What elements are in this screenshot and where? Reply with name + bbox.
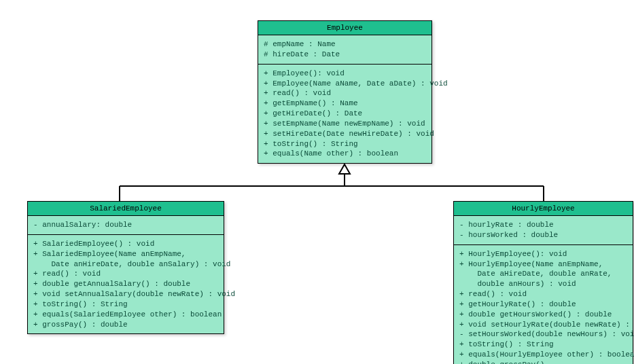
attribute: - hoursWorked : double [459, 230, 627, 240]
method: Date anHireDate, double anSalary) : void [33, 259, 218, 270]
methods-section: + HourlyEmployee(): void + HourlyEmploye… [454, 245, 633, 364]
method: + toString() : String [33, 299, 218, 310]
method: + equals(HourlyEmployee other) : boolean [459, 350, 627, 360]
attribute: # empName : Name [264, 39, 426, 50]
method: + double getHoursWorked() : double [459, 310, 627, 320]
attribute: - annualSalary: double [33, 220, 218, 230]
method: + void setAnnualSalary(double newRate) :… [33, 289, 218, 299]
methods-section: + Employee(): void + Employee(Name aName… [258, 65, 432, 164]
method: + HourlyEmployee(): void [459, 249, 627, 259]
method: + getHireDate() : Date [264, 109, 426, 119]
class-title: Employee [258, 21, 432, 35]
class-title: SalariedEmployee [28, 202, 224, 216]
method: + toString() : String [264, 139, 426, 149]
method: + grossPay() : double [33, 320, 218, 330]
method: Date aHireDate, double anRate, [459, 269, 627, 279]
svg-marker-0 [339, 164, 350, 174]
attributes-section: - annualSalary: double [28, 216, 224, 235]
method: + read() : void [33, 269, 218, 279]
method: + read() : void [459, 289, 627, 299]
attribute: - hourlyRate : double [459, 220, 627, 230]
attributes-section: - hourlyRate : double - hoursWorked : do… [454, 216, 633, 245]
method: + setEmpName(Name newEmpName) : void [264, 119, 426, 129]
class-employee: Employee # empName : Name # hireDate : D… [258, 20, 432, 164]
method: + SalariedEmployee(Name anEmpName, [33, 249, 218, 259]
method: + toString() : String [459, 340, 627, 350]
method: + read() : void [264, 88, 426, 98]
method: + SalariedEmployee() : void [33, 239, 218, 249]
method: + Employee(): void [264, 69, 426, 79]
method: + void setHourlyRate(double newRate) : v… [459, 320, 627, 330]
attribute: # hireDate : Date [264, 50, 426, 60]
class-title: HourlyEmployee [454, 202, 633, 216]
method: + Employee(Name aName, Date aDate) : voi… [264, 79, 426, 89]
method: + setHireDate(Date newHireDate) : void [264, 129, 426, 139]
method: + double getAnnualSalary() : double [33, 279, 218, 289]
class-salaried-employee: SalariedEmployee - annualSalary: double … [27, 201, 224, 334]
methods-section: + SalariedEmployee() : void + SalariedEm… [28, 235, 224, 334]
method: double anHours) : void [459, 279, 627, 289]
method: + equals(Name other) : boolean [264, 149, 426, 159]
method: - setHoursWorked(double newHours) : void [459, 329, 627, 340]
method: + getEmpName() : Name [264, 98, 426, 109]
method: + HourlyEmployee(Name anEmpName, [459, 259, 627, 270]
class-hourly-employee: HourlyEmployee - hourlyRate : double - h… [453, 201, 633, 364]
method: + equals(SalariedEmployee other) : boole… [33, 310, 218, 320]
attributes-section: # empName : Name # hireDate : Date [258, 35, 432, 65]
method: + double grossPay() [459, 360, 627, 364]
method: + getHourlyRate() : double [459, 299, 627, 310]
